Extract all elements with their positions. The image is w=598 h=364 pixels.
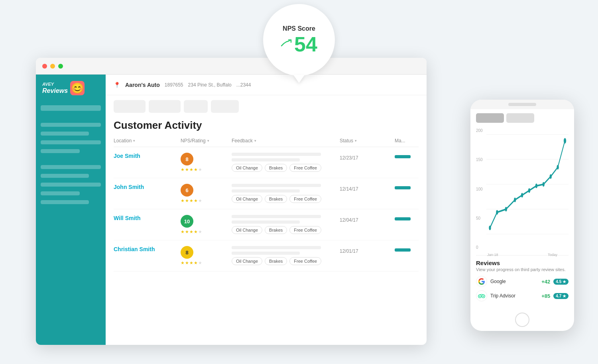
star-icon: ★ [185, 167, 189, 172]
svg-point-10 [528, 188, 530, 193]
sidebar-item-7[interactable] [41, 174, 89, 178]
tag: Brakes [265, 257, 287, 265]
tag: Oil Change [232, 195, 262, 203]
sidebar-item-2[interactable] [41, 123, 101, 127]
tripadvisor-logo [476, 290, 487, 301]
review-item-google: Google +42 4.5 ★ [476, 276, 568, 287]
nps-badge: 8 [181, 246, 193, 259]
feedback-line [232, 189, 300, 193]
status-bar [395, 217, 411, 220]
svg-point-12 [543, 182, 545, 187]
home-button[interactable] [515, 313, 529, 327]
chart-svg [476, 127, 568, 251]
star-icon: ★ [189, 229, 193, 234]
google-name: Google [490, 279, 538, 284]
phone-tabs [476, 113, 568, 123]
svg-point-14 [557, 165, 559, 170]
customer-name[interactable]: John Smith [114, 184, 177, 190]
page-header: Customer Activity [106, 113, 427, 135]
sidebar-item-6[interactable] [41, 165, 101, 169]
phone-bottom [470, 309, 574, 331]
star-icon: ★ [189, 260, 193, 266]
star-icon: ★ [181, 198, 185, 203]
tag: Brakes [265, 164, 287, 172]
feedback-line [232, 158, 300, 161]
location-name: Aaron's Auto [125, 82, 160, 88]
review-item-tripadvisor: Trip Advisor +85 4.7 ★ [476, 290, 568, 301]
customer-rows: Joe Smith 8 ★★★★★ Oil ChangeBrakesFree C… [114, 147, 419, 272]
tripadvisor-rating: 4.7 ★ [553, 293, 568, 299]
location-zip: ...2344 [236, 82, 251, 88]
sidebar-item-8[interactable] [41, 183, 101, 187]
tripadvisor-score: +85 [541, 293, 550, 299]
star-icon: ★ [194, 229, 198, 234]
svg-point-19 [483, 295, 484, 297]
svg-point-13 [550, 174, 552, 179]
star-icon: ★ [189, 167, 193, 172]
reviews-title: Reviews [476, 260, 568, 266]
filter-tab-3[interactable] [184, 100, 208, 113]
mobile-phone: 200 150 100 50 0 [470, 100, 574, 331]
chevron-down-icon: ▾ [254, 139, 256, 143]
phone-tab-2[interactable] [506, 113, 534, 123]
nps-badge: 10 [181, 215, 193, 228]
customer-name[interactable]: Will Smith [114, 215, 177, 221]
tag: Oil Change [232, 164, 262, 172]
notch-bar [508, 103, 536, 106]
date-cell: 12/14/17 [340, 184, 391, 192]
svg-point-15 [564, 138, 566, 144]
status-cell [395, 184, 419, 189]
filter-tabs [106, 95, 427, 113]
table-header: Location ▾ NPS/Rating ▾ Feedback ▾ Statu… [114, 135, 419, 147]
tag: Free Coffee [289, 195, 321, 203]
customer-name[interactable]: Joe Smith [114, 153, 177, 159]
sidebar: AVEY Reviews 😊 [36, 75, 106, 345]
top-bar: 📍 Aaron's Auto 1897655 234 Pine St., Buf… [106, 75, 427, 95]
chevron-down-icon: ▾ [133, 139, 135, 143]
status-cell [395, 215, 419, 220]
sidebar-item-9[interactable] [41, 191, 80, 195]
th-status: Status ▾ [340, 138, 391, 144]
tag: Oil Change [232, 257, 262, 265]
y-label-100: 100 [476, 187, 483, 191]
sidebar-item-3[interactable] [41, 132, 89, 136]
filter-tab-1[interactable] [114, 100, 146, 113]
x-label-start: Jan-18 [487, 253, 498, 257]
tag: Oil Change [232, 226, 262, 234]
customer-table: Location ▾ NPS/Rating ▾ Feedback ▾ Statu… [106, 135, 427, 345]
feedback-line [232, 220, 300, 224]
nps-label: NPS Score [283, 25, 315, 32]
logo-text-reviews: Reviews [42, 87, 68, 94]
star-icon: ★ [181, 167, 185, 172]
status-cell [395, 153, 419, 158]
svg-point-5 [489, 226, 491, 230]
sidebar-logo: AVEY Reviews 😊 [41, 81, 101, 95]
nps-badge: 6 [181, 184, 193, 197]
close-button[interactable] [42, 64, 47, 69]
google-score: +42 [541, 279, 550, 285]
window-chrome [36, 58, 427, 75]
feedback-cell: Oil ChangeBrakesFree Coffee [232, 184, 336, 203]
sidebar-item-10[interactable] [41, 200, 89, 204]
maximize-button[interactable] [58, 64, 63, 69]
reviews-subtitle: View your progress on third party review… [476, 267, 568, 272]
sidebar-item-1[interactable] [41, 105, 101, 111]
nps-cell: 10 ★★★★★ [181, 215, 228, 234]
filter-tab-2[interactable] [149, 100, 181, 113]
sidebar-item-5[interactable] [41, 149, 80, 153]
svg-point-11 [535, 183, 537, 188]
feedback-line [232, 153, 321, 156]
filter-tab-4[interactable] [211, 100, 239, 113]
star-icon: ★ [198, 229, 202, 234]
logo-icon: 😊 [70, 81, 85, 95]
star-icon: ★ [194, 198, 198, 203]
chevron-down-icon: ▾ [207, 139, 209, 143]
sidebar-item-4[interactable] [41, 140, 101, 144]
minimize-button[interactable] [50, 64, 55, 69]
y-label-200: 200 [476, 128, 483, 133]
tag: Free Coffee [289, 164, 321, 172]
svg-point-9 [521, 193, 523, 198]
phone-tab-1[interactable] [476, 113, 504, 123]
phone-notch [470, 100, 574, 109]
customer-name[interactable]: Christian Smith [114, 246, 177, 252]
